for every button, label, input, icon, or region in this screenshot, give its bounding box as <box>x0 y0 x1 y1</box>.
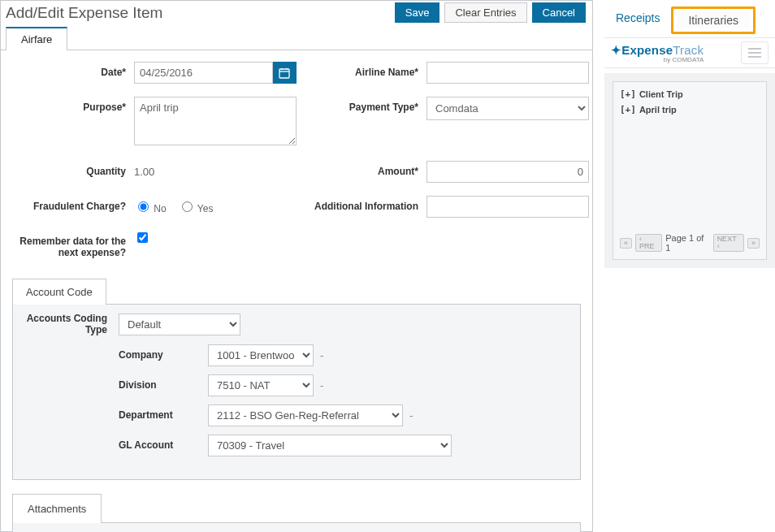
tab-attachments[interactable]: Attachments <box>12 494 102 523</box>
itineraries-highlight: Itineraries <box>671 6 755 34</box>
side-panel: Receipts Itineraries ✦ExpenseTrack by CO… <box>593 0 775 532</box>
dash: - <box>320 349 323 361</box>
remember-checkbox[interactable] <box>137 232 148 243</box>
fraud-no-option[interactable]: No <box>134 199 167 214</box>
last-page-button[interactable]: » <box>747 238 760 249</box>
itinerary-item[interactable]: [+] April trip <box>620 104 760 115</box>
itinerary-list: [+] Client Trip [+] April trip « ‹ PRE P… <box>613 81 767 260</box>
svg-rect-0 <box>279 69 289 78</box>
cancel-button-top[interactable]: Cancel <box>532 2 586 23</box>
expand-icon[interactable]: [+] <box>620 104 636 115</box>
attachments-panel: Add an Attachment to this Expense <box>12 522 581 532</box>
coding-type-label: Accounts Coding Type <box>21 313 119 336</box>
purpose-field[interactable]: April trip <box>134 97 297 145</box>
fraud-label: Fraudulent Charge? <box>12 196 134 212</box>
addl-info-field[interactable] <box>426 196 589 218</box>
quantity-value: 1.00 <box>134 161 297 178</box>
itinerary-item-label: April trip <box>639 105 677 115</box>
department-label: Department <box>119 409 208 421</box>
itinerary-item-label: Client Trip <box>639 89 683 99</box>
gl-account-label: GL Account <box>119 439 208 451</box>
clear-entries-button-top[interactable]: Clear Entries <box>444 2 526 23</box>
page-indicator: Page 1 of 1 <box>665 233 709 253</box>
airline-field[interactable] <box>426 62 589 84</box>
quantity-label: Quantity <box>12 161 134 177</box>
page-title: Add/Edit Expense Item <box>6 4 162 22</box>
payment-type-label: Payment Type* <box>305 97 426 113</box>
addl-info-label: Additional Information <box>305 196 426 212</box>
brand-logo: ✦ExpenseTrack <box>611 43 704 58</box>
pager: « ‹ PRE Page 1 of 1 NEXT › » <box>620 233 760 253</box>
coding-type-select[interactable]: Default <box>119 314 240 335</box>
date-field[interactable] <box>134 62 273 84</box>
amount-field[interactable] <box>426 161 589 183</box>
company-select[interactable]: 1001 - Brentwood <box>208 344 314 366</box>
expense-form-panel: Add/Edit Expense Item Save Clear Entries… <box>0 0 593 532</box>
department-select[interactable]: 2112 - BSO Gen-Reg-Referral <box>208 404 403 426</box>
expand-icon[interactable]: [+] <box>620 89 636 99</box>
payment-type-select[interactable]: Comdata <box>426 97 589 120</box>
company-label: Company <box>119 349 208 361</box>
amount-label: Amount* <box>305 161 426 177</box>
remember-label: Remember data for the next expense? <box>12 231 134 258</box>
purpose-label: Purpose* <box>12 97 134 113</box>
dash: - <box>409 409 413 422</box>
prev-page-button[interactable]: ‹ PRE <box>635 234 662 252</box>
save-button-top[interactable]: Save <box>395 2 440 23</box>
division-select[interactable]: 7510 - NAT <box>208 374 314 396</box>
itinerary-item[interactable]: [+] Client Trip <box>620 89 760 99</box>
side-tab-receipts[interactable]: Receipts <box>604 6 671 34</box>
account-code-panel: Accounts Coding Type Default Company 100… <box>12 304 581 480</box>
brand-icon: ✦ <box>611 43 621 57</box>
next-page-button[interactable]: NEXT › <box>713 234 744 252</box>
date-label: Date* <box>12 62 134 78</box>
hamburger-icon <box>748 48 761 50</box>
calendar-button[interactable] <box>273 62 297 84</box>
calendar-icon <box>279 67 290 79</box>
menu-button[interactable] <box>741 41 769 64</box>
dash: - <box>320 379 323 391</box>
side-tab-itineraries[interactable]: Itineraries <box>677 12 749 28</box>
airline-label: Airline Name* <box>305 62 426 78</box>
tab-airfare[interactable]: Airfare <box>6 27 67 50</box>
division-label: Division <box>119 379 208 391</box>
fraud-yes-option[interactable]: Yes <box>178 199 214 214</box>
first-page-button[interactable]: « <box>620 238 632 249</box>
gl-account-select[interactable]: 70309 - Travel <box>208 435 452 456</box>
tab-account-code[interactable]: Account Code <box>12 279 106 305</box>
